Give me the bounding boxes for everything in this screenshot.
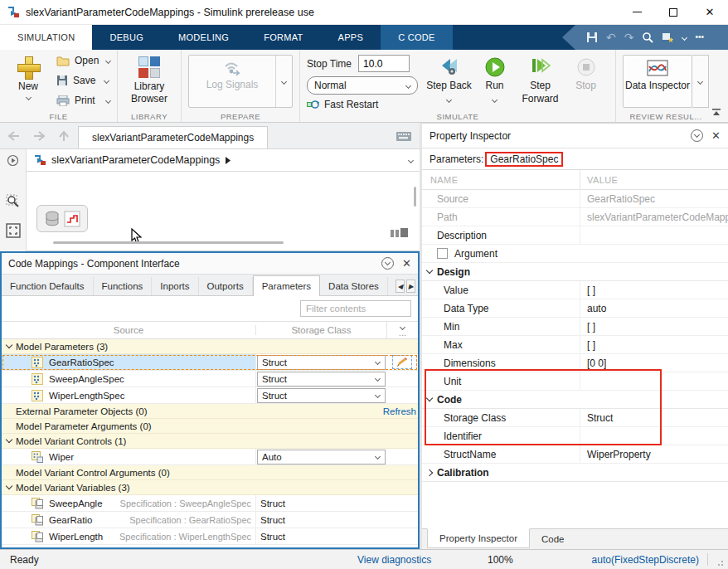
dictionary-block-icon[interactable] (45, 211, 60, 227)
resize-grip[interactable] (717, 558, 726, 567)
save-dropdown-icon[interactable] (104, 77, 109, 83)
property-row[interactable]: StructNameWiperProperty (422, 445, 728, 464)
view-diagnostics-link[interactable]: View diagnostics (357, 550, 431, 569)
tab-modeling[interactable]: MODELING (161, 25, 246, 50)
collapse-icon[interactable] (426, 267, 433, 274)
property-row[interactable]: Unit (422, 372, 728, 391)
print-button[interactable]: Print (56, 95, 110, 106)
canvas-hscrollbar[interactable] (53, 241, 284, 244)
open-button[interactable]: Open (56, 55, 110, 66)
nav-back-icon[interactable] (3, 126, 25, 146)
table-row[interactable]: Wiper Auto (2, 449, 418, 465)
maximize-button[interactable] (655, 0, 692, 24)
keyboard-icon[interactable] (396, 132, 411, 143)
property-row-argument[interactable]: Argument (422, 245, 728, 263)
column-storage-class[interactable]: Storage Class (255, 325, 386, 335)
panel-minimize-icon[interactable] (381, 257, 394, 270)
collapse-icon[interactable] (6, 436, 12, 443)
model-canvas[interactable] (27, 172, 420, 251)
table-row[interactable]: SweepAngle Specification : SweepAngleSpe… (2, 495, 418, 512)
collapse-icon[interactable] (6, 483, 12, 489)
tab-inports[interactable]: Inports (152, 277, 198, 295)
tab-simulation[interactable]: SIMULATION (0, 25, 92, 50)
search-icon[interactable] (642, 32, 653, 43)
collapse-icon[interactable] (426, 395, 433, 401)
log-signals-button[interactable]: Log Signals (189, 56, 275, 107)
table-row[interactable]: WiperLengthSpec Struct (2, 387, 418, 404)
solver-info[interactable]: auto(FixedStepDiscrete) (592, 550, 699, 569)
save-button[interactable]: Save (56, 75, 110, 86)
column-source[interactable]: Source (2, 325, 255, 335)
tab-function-defaults[interactable]: Function Defaults (2, 277, 94, 295)
tab-functions[interactable]: Functions (94, 277, 153, 295)
property-row[interactable]: Max[ ] (422, 336, 728, 354)
group-model-variant-controls[interactable]: Model Variant Controls (1) (2, 434, 418, 449)
property-row[interactable]: Identifier (422, 427, 728, 445)
minimize-button[interactable] (619, 0, 655, 24)
zoom-level[interactable]: 100% (488, 550, 513, 569)
canvas-vscrollbar[interactable] (414, 187, 416, 207)
fast-restart-toggle[interactable]: Fast Restart (307, 99, 418, 110)
property-row[interactable]: Description (422, 226, 728, 245)
property-row[interactable]: Min[ ] (422, 318, 728, 336)
undo-icon[interactable]: ↶ (606, 32, 616, 43)
refresh-link[interactable]: Refresh (383, 406, 418, 416)
tab-format[interactable]: FORMAT (246, 25, 320, 50)
library-browser-button[interactable]: Library Browser (124, 55, 174, 105)
open-dropdown-icon[interactable] (105, 57, 111, 63)
table-row[interactable]: SweepAngleSpec Struct (2, 371, 418, 387)
redo-icon[interactable]: ↷ (624, 32, 634, 43)
panel-close-icon[interactable]: ✕ (402, 258, 411, 269)
hide-explorer-icon[interactable] (7, 154, 19, 169)
collapse-icon[interactable] (6, 342, 12, 348)
storage-class-dropdown[interactable]: Struct (257, 355, 386, 370)
tab-scroll-right-icon[interactable]: ▶ (406, 280, 415, 293)
model-document-tab[interactable]: slexVariantParameterCodeMappings (78, 126, 268, 148)
print-dropdown-icon[interactable] (105, 97, 111, 103)
model-favorite-icon[interactable] (662, 32, 674, 43)
step-forward-button[interactable]: Step Forward (517, 55, 563, 105)
prepare-dropdown[interactable] (275, 56, 292, 107)
save-icon[interactable] (586, 32, 598, 43)
new-dropdown-icon[interactable] (25, 95, 31, 100)
filter-contents-input[interactable] (300, 300, 411, 317)
section-design[interactable]: Design (422, 263, 728, 281)
tab-parameters[interactable]: Parameters (253, 275, 320, 296)
data-inspector-button[interactable]: Data Inspector (623, 55, 692, 108)
nav-forward-icon[interactable] (28, 126, 50, 146)
tab-apps[interactable]: APPS (321, 25, 381, 50)
property-row[interactable]: Data Typeauto (422, 299, 728, 318)
bottom-tab-code[interactable]: Code (530, 529, 576, 549)
storage-class-dropdown[interactable]: Struct (257, 388, 386, 403)
argument-checkbox[interactable] (437, 248, 448, 259)
group-model-parameter-arguments[interactable]: Model Parameter Arguments (0) (2, 419, 418, 434)
section-code[interactable]: Code (422, 391, 728, 409)
step-back-button[interactable]: Step Back (426, 55, 472, 105)
simulation-mode-dropdown[interactable]: Normal (307, 76, 418, 95)
tab-debug[interactable]: DEBUG (92, 25, 161, 50)
breadcrumb-dropdown-icon[interactable] (408, 157, 414, 163)
group-model-parameters[interactable]: Model Parameters (3) (2, 339, 418, 354)
property-row[interactable]: Value[ ] (422, 281, 728, 299)
close-button[interactable]: ✕ (692, 0, 728, 24)
new-button[interactable]: New (7, 55, 50, 100)
column-more[interactable]: ... (386, 322, 418, 338)
storage-class-dropdown[interactable]: Auto (257, 450, 386, 464)
expand-icon[interactable] (426, 469, 433, 475)
section-calibration[interactable]: Calibration (422, 464, 728, 482)
model-blocks[interactable] (36, 205, 88, 232)
table-row[interactable]: WiperLength Specification : WiperLengthS… (2, 528, 418, 545)
panel-minimize-icon[interactable] (691, 129, 703, 142)
collapse-ribbon-icon[interactable] (711, 107, 721, 119)
tab-outports[interactable]: Outports (199, 277, 253, 295)
panel-close-icon[interactable]: ✕ (711, 130, 721, 141)
run-button[interactable]: Run (472, 55, 517, 105)
group-model-variant-variables[interactable]: Model Variant Variables (3) (2, 480, 418, 495)
tab-c-code[interactable]: C CODE (381, 25, 453, 50)
bottom-tab-property-inspector[interactable]: Property Inspector (427, 528, 530, 548)
group-external-parameter-objects[interactable]: External Parameter Objects (0) Refresh (2, 404, 418, 419)
zoom-region-icon[interactable] (6, 194, 21, 212)
table-row[interactable]: GearRatioSpec Struct (2, 354, 418, 371)
table-row[interactable]: GearRatio Specification : GearRatioSpec … (2, 512, 418, 528)
review-dropdown[interactable] (692, 55, 709, 108)
